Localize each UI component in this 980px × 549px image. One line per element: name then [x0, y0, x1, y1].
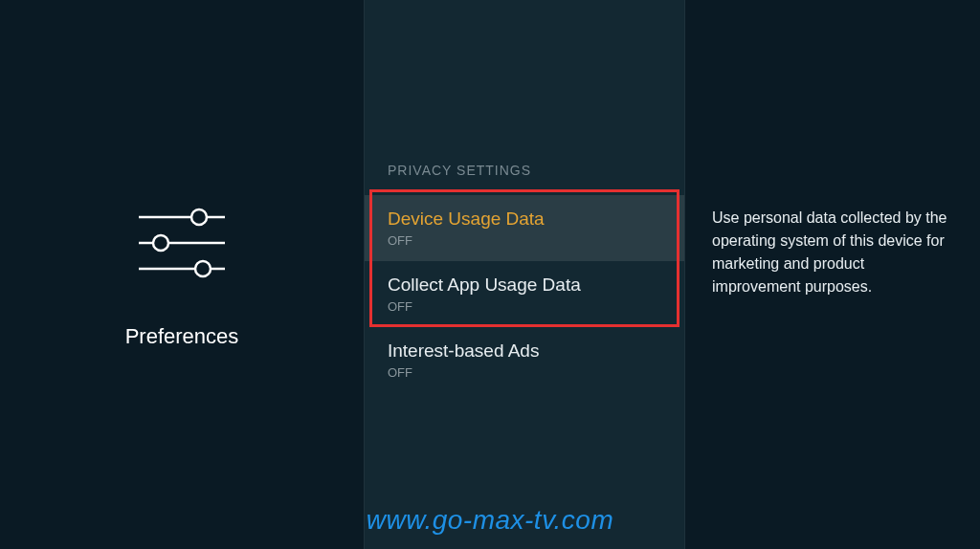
- setting-value: OFF: [388, 299, 661, 314]
- description-panel: Use personal data collected by the opera…: [685, 0, 980, 549]
- svg-point-5: [195, 261, 211, 276]
- left-panel: Preferences: [0, 0, 364, 549]
- setting-label: Collect App Usage Data: [388, 274, 661, 296]
- svg-point-1: [191, 209, 207, 225]
- setting-value: OFF: [388, 233, 661, 248]
- category-title: Preferences: [125, 324, 239, 349]
- watermark-text: www.go-max-tv.com: [367, 505, 613, 536]
- setting-value: OFF: [388, 365, 661, 380]
- sliders-icon: [134, 200, 230, 286]
- settings-list: PRIVACY SETTINGS Device Usage Data OFF C…: [364, 0, 685, 549]
- svg-point-3: [153, 235, 168, 251]
- setting-interest-based-ads[interactable]: Interest-based Ads OFF: [365, 327, 684, 393]
- setting-label: Interest-based Ads: [388, 340, 661, 362]
- setting-description: Use personal data collected by the opera…: [712, 207, 953, 298]
- section-header: PRIVACY SETTINGS: [365, 163, 684, 195]
- setting-device-usage-data[interactable]: Device Usage Data OFF: [365, 195, 684, 261]
- setting-collect-app-usage-data[interactable]: Collect App Usage Data OFF: [365, 261, 684, 327]
- setting-label: Device Usage Data: [388, 209, 661, 230]
